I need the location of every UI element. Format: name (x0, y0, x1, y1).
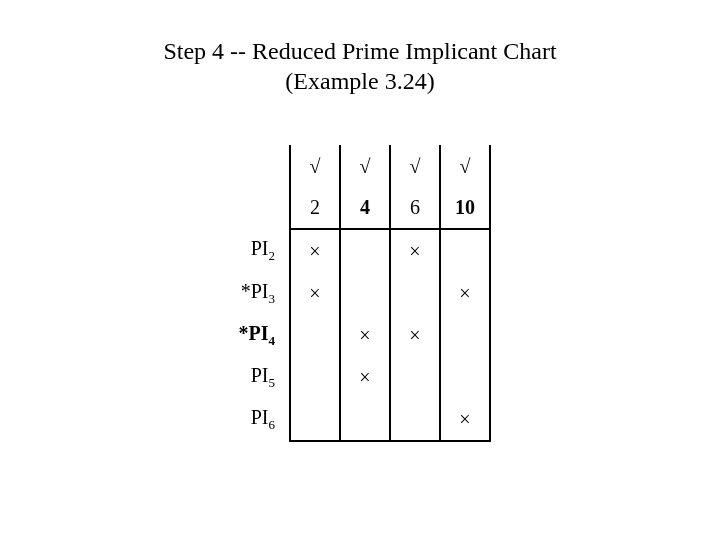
grid-cell (390, 272, 440, 314)
row-label: PI2 (175, 229, 290, 272)
table-row: PI5× (175, 356, 490, 398)
grid-cell (440, 229, 490, 272)
minterm-2: 6 (390, 187, 440, 229)
grid-cell (340, 398, 390, 441)
table-row: PI6× (175, 398, 490, 441)
row-label: *PI4 (175, 314, 290, 356)
grid-cell: × (390, 314, 440, 356)
grid-cell (290, 398, 340, 441)
table-row: PI2×× (175, 229, 490, 272)
grid-cell (340, 272, 390, 314)
prime-implicant-chart: √ √ √ √ 2 4 6 10 PI2××*PI3××*PI4××PI5×PI… (175, 145, 491, 442)
check-row: √ √ √ √ (175, 145, 490, 187)
grid-cell (340, 229, 390, 272)
grid-cell: × (440, 398, 490, 441)
minterm-0: 2 (290, 187, 340, 229)
page: Step 4 -- Reduced Prime Implicant Chart … (0, 0, 720, 540)
grid-cell: × (290, 272, 340, 314)
minterm-1: 4 (340, 187, 390, 229)
grid-cell (440, 356, 490, 398)
row-label: PI5 (175, 356, 290, 398)
grid-cell: × (390, 229, 440, 272)
grid-cell: × (340, 356, 390, 398)
col-check-0: √ (290, 145, 340, 187)
pi-table: √ √ √ √ 2 4 6 10 PI2××*PI3××*PI4××PI5×PI… (175, 145, 491, 442)
grid-cell: × (340, 314, 390, 356)
title-line-2: (Example 3.24) (285, 68, 434, 94)
grid-cell: × (290, 229, 340, 272)
grid-cell (290, 314, 340, 356)
grid-cell (290, 356, 340, 398)
table-row: *PI4×× (175, 314, 490, 356)
col-check-1: √ (340, 145, 390, 187)
minterm-row: 2 4 6 10 (175, 187, 490, 229)
row-label: *PI3 (175, 272, 290, 314)
page-title: Step 4 -- Reduced Prime Implicant Chart … (0, 36, 720, 96)
grid-cell (440, 314, 490, 356)
grid-cell (390, 356, 440, 398)
grid-cell (390, 398, 440, 441)
row-label: PI6 (175, 398, 290, 441)
blank-corner (175, 145, 290, 187)
minterm-3: 10 (440, 187, 490, 229)
grid-cell: × (440, 272, 490, 314)
table-row: *PI3×× (175, 272, 490, 314)
col-check-2: √ (390, 145, 440, 187)
col-check-3: √ (440, 145, 490, 187)
blank-corner-2 (175, 187, 290, 229)
title-line-1: Step 4 -- Reduced Prime Implicant Chart (163, 38, 556, 64)
